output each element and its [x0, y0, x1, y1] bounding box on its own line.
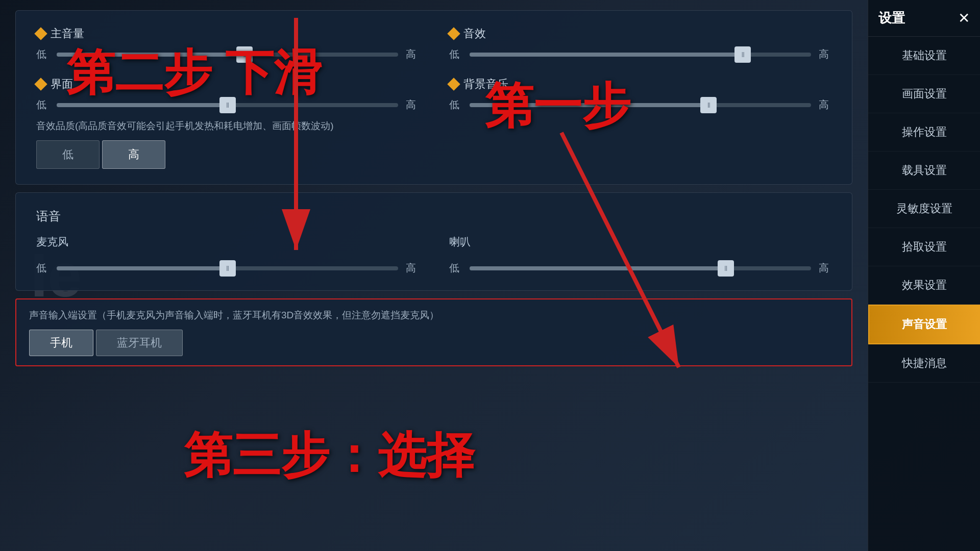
sidebar: 设置 ✕ 基础设置 画面设置 操作设置 载具设置 灵敏度设置 拾取设置 效果设置… — [868, 0, 980, 551]
bgm-track[interactable] — [470, 103, 811, 107]
sfx-label: 音效 — [449, 26, 831, 41]
sidebar-item-effects[interactable]: 效果设置 — [868, 266, 980, 305]
sfx-group: 音效 低 高 — [449, 26, 831, 61]
ui-fill — [57, 103, 228, 107]
ui-slider-row: 低 高 — [36, 98, 419, 112]
sidebar-item-basic[interactable]: 基础设置 — [868, 37, 980, 75]
ui-track[interactable] — [57, 103, 398, 107]
diamond-icon-master — [34, 27, 47, 40]
mic-thumb[interactable] — [219, 260, 236, 277]
sidebar-items: 基础设置 画面设置 操作设置 载具设置 灵敏度设置 拾取设置 效果设置 声音设置… — [868, 37, 980, 551]
master-volume-label: 主音量 — [36, 26, 419, 41]
bgm-label: 背景音乐 — [449, 77, 831, 92]
master-volume-group: 主音量 低 高 — [36, 26, 419, 61]
sidebar-title: 设置 — [878, 9, 905, 27]
input-bluetooth-btn[interactable]: 蓝牙耳机 — [96, 330, 183, 356]
sfx-slider-row: 低 高 — [449, 47, 831, 61]
sound-grid: 主音量 低 高 音效 低 — [36, 26, 831, 112]
mic-group: 麦克风 低 高 — [36, 235, 419, 275]
ui-group: 界面 低 高 — [36, 77, 419, 112]
master-volume-thumb[interactable] — [236, 46, 253, 63]
input-buttons: 手机 蓝牙耳机 — [29, 330, 839, 356]
bgm-slider-row: 低 高 — [449, 98, 831, 112]
master-volume-slider-row: 低 高 — [36, 47, 419, 61]
input-section: 声音输入端设置（手机麦克风为声音输入端时，蓝牙耳机有3D音效效果，但注意勿遮挡麦… — [15, 298, 852, 366]
speaker-slider-row: 低 高 — [449, 261, 831, 275]
speaker-label: 喇叭 — [449, 235, 831, 249]
sidebar-header: 设置 ✕ — [868, 0, 980, 37]
speaker-track[interactable] — [470, 266, 811, 270]
master-volume-fill — [57, 53, 244, 57]
voice-section-title: 语音 — [36, 208, 831, 224]
input-phone-btn[interactable]: 手机 — [29, 330, 93, 356]
ui-label: 界面 — [36, 77, 419, 92]
sidebar-item-graphics[interactable]: 画面设置 — [868, 75, 980, 113]
sidebar-item-sensitivity[interactable]: 灵敏度设置 — [868, 190, 980, 228]
bgm-thumb[interactable] — [700, 97, 717, 113]
mic-track[interactable] — [57, 266, 398, 270]
bgm-fill — [470, 103, 708, 107]
diamond-icon-sfx — [447, 27, 460, 40]
sidebar-item-vehicle[interactable]: 载具设置 — [868, 152, 980, 190]
speaker-thumb[interactable] — [718, 260, 734, 277]
mic-label: 麦克风 — [36, 235, 419, 249]
sfx-fill — [470, 53, 743, 57]
sound-panel: 主音量 低 高 音效 低 — [15, 10, 852, 185]
ui-thumb[interactable] — [219, 97, 236, 113]
mic-fill — [57, 266, 228, 270]
sidebar-item-quickmsg[interactable]: 快捷消息 — [868, 344, 980, 383]
speaker-fill — [470, 266, 726, 270]
speaker-group: 喇叭 低 高 — [449, 235, 831, 275]
sidebar-item-pickup[interactable]: 拾取设置 — [868, 228, 980, 266]
quality-low-btn[interactable]: 低 — [36, 140, 100, 169]
diamond-icon-ui — [34, 78, 47, 90]
sidebar-item-controls[interactable]: 操作设置 — [868, 113, 980, 152]
bgm-group: 背景音乐 低 高 — [449, 77, 831, 112]
quality-section: 音效品质(高品质音效可能会引起手机发热和耗电增加、画面帧数波动) 低 高 — [36, 119, 831, 169]
input-desc-text: 声音输入端设置（手机麦克风为声音输入端时，蓝牙耳机有3D音效效果，但注意勿遮挡麦… — [29, 309, 839, 322]
sfx-thumb[interactable] — [734, 46, 751, 63]
diamond-icon-bgm — [447, 78, 460, 90]
voice-grid: 麦克风 低 高 喇叭 低 — [36, 235, 831, 275]
voice-panel: 语音 麦克风 低 高 喇叭 低 — [15, 192, 852, 291]
mic-slider-row: 低 高 — [36, 261, 419, 275]
quality-buttons: 低 高 — [36, 140, 831, 169]
sfx-track[interactable] — [470, 53, 811, 57]
quality-high-btn[interactable]: 高 — [102, 140, 165, 169]
sidebar-item-sound[interactable]: 声音设置 — [868, 305, 980, 344]
main-content: 主音量 低 高 音效 低 — [0, 0, 868, 551]
master-volume-track[interactable] — [57, 53, 398, 57]
close-button[interactable]: ✕ — [958, 11, 970, 26]
